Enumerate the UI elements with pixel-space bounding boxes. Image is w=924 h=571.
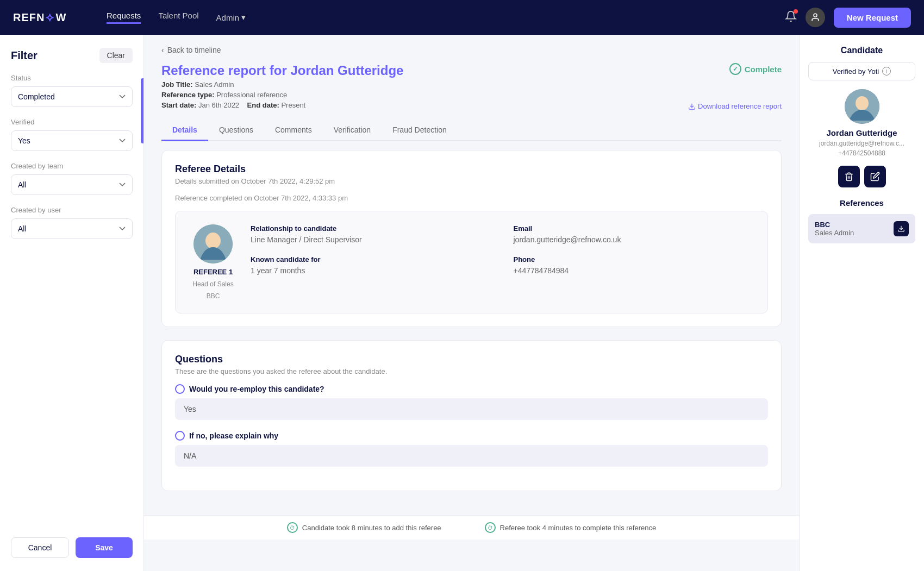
report-meta-job: Job Title: Sales Admin	[161, 80, 782, 89]
question-2-label: If no, please explain why	[175, 431, 768, 441]
ref-info: BBC Sales Admin	[815, 221, 854, 237]
clock-icon-2: ⏱	[485, 522, 496, 533]
logo-text2: W	[55, 11, 66, 24]
questions-meta: These are the questions you asked the re…	[175, 367, 768, 375]
phone-detail: Phone +447784784984	[514, 255, 755, 275]
candidate-phone: +447842504888	[808, 149, 915, 157]
referee-card: REFEREE 1 Head of Sales BBC Relationship…	[175, 211, 768, 313]
notification-icon[interactable]	[785, 10, 797, 24]
referee-time-info: ⏱ Referee took 4 minutes to complete thi…	[485, 522, 657, 533]
references-panel-title: References	[808, 198, 915, 208]
email-detail: Email jordan.gutteridge@refnow.co.uk	[514, 224, 755, 244]
verified-label: Verified	[11, 118, 133, 126]
notification-dot	[794, 9, 798, 14]
filter-sidebar: Filter Clear Status Completed Verified Y…	[0, 35, 144, 571]
bottom-bar: ⏱ Candidate took 8 minutes to add this r…	[144, 515, 799, 539]
logo-icon: ⟡	[46, 10, 54, 24]
report-meta-dates-row: Start date: Jan 6th 2022 End date: Prese…	[161, 101, 782, 111]
tab-questions[interactable]: Questions	[208, 120, 264, 141]
created-by-user-label: Created by user	[11, 206, 133, 214]
referee-details-card: Referee Details Details submitted on Oct…	[161, 150, 782, 327]
nav-admin[interactable]: Admin ▾	[216, 11, 246, 24]
questions-card: Questions These are the questions you as…	[161, 340, 782, 491]
created-by-team-label: Created by team	[11, 162, 133, 170]
status-select[interactable]: Completed	[11, 86, 133, 107]
referee-label: REFEREE 1	[193, 268, 233, 276]
report-title: Reference report for Jordan Gutteridge	[161, 63, 403, 78]
tab-details[interactable]: Details	[161, 120, 208, 141]
nav-right: New Request	[785, 8, 911, 28]
nav-talent-pool[interactable]: Talent Pool	[158, 11, 198, 24]
verified-label: Verified by Yoti	[833, 67, 879, 76]
candidate-panel-title: Candidate	[808, 46, 915, 55]
relationship-detail: Relationship to candidate Line Manager /…	[251, 224, 492, 244]
chevron-down-icon: ▾	[241, 12, 246, 22]
created-by-user-select[interactable]: All	[11, 218, 133, 239]
question-2: If no, please explain why N/A	[175, 431, 768, 467]
referee-submitted-date: Details submitted on October 7th 2022, 4…	[175, 177, 768, 185]
ref-download-button[interactable]	[894, 221, 909, 236]
question-1-answer: Yes	[175, 398, 768, 420]
created-by-team-filter: Created by team All	[11, 162, 133, 195]
download-label: Download reference report	[698, 102, 782, 110]
cancel-button[interactable]: Cancel	[11, 537, 69, 558]
question-2-answer: N/A	[175, 445, 768, 467]
candidate-time-text: Candidate took 8 minutes to add this ref…	[302, 524, 441, 532]
candidate-time-info: ⏱ Candidate took 8 minutes to add this r…	[287, 522, 441, 533]
verified-filter: Verified Yes	[11, 118, 133, 151]
filter-actions: Cancel Save	[11, 537, 133, 558]
clock-icon-1: ⏱	[287, 522, 298, 533]
logo-text: REFN	[13, 11, 45, 24]
tab-fraud-detection[interactable]: Fraud Detection	[382, 120, 458, 141]
new-request-button[interactable]: New Request	[834, 8, 911, 28]
verified-select[interactable]: Yes	[11, 130, 133, 151]
candidate-action-icons	[808, 166, 915, 187]
referee-avatar	[193, 224, 233, 263]
candidate-avatar	[845, 89, 879, 124]
delete-candidate-button[interactable]	[838, 166, 860, 187]
status-filter: Status Completed	[11, 74, 133, 107]
detail-tabs: Details Questions Comments Verification …	[161, 120, 782, 141]
active-indicator	[141, 78, 143, 143]
status-label: Status	[11, 74, 133, 82]
download-report-link[interactable]: Download reference report	[688, 102, 782, 110]
referee-company: BBC	[207, 292, 220, 300]
referee-time-text: Referee took 4 minutes to complete this …	[500, 524, 657, 532]
complete-check-icon: ✓	[729, 63, 741, 75]
info-icon: i	[882, 67, 891, 76]
verified-by-yoti-badge[interactable]: Verified by Yoti i	[808, 62, 915, 80]
logo[interactable]: REFN⟡W	[13, 10, 89, 24]
back-to-timeline[interactable]: ‹ Back to timeline	[161, 46, 782, 54]
svg-point-3	[205, 233, 221, 249]
filter-header: Filter Clear	[11, 48, 133, 63]
candidate-name: Jordan Gutteridge	[808, 128, 915, 137]
report-title-area: Reference report for Jordan Gutteridge	[161, 63, 403, 78]
right-panel: Candidate Verified by Yoti i Jordan Gutt…	[799, 35, 924, 571]
referee-detail-grid: Relationship to candidate Line Manager /…	[251, 224, 754, 275]
svg-point-5	[856, 96, 869, 110]
created-by-team-select[interactable]: All	[11, 174, 133, 195]
svg-point-0	[814, 14, 817, 17]
referee-section-title: Referee Details	[175, 164, 768, 175]
created-by-user-filter: Created by user All	[11, 206, 133, 239]
question-circle-icon	[175, 384, 185, 394]
tab-comments[interactable]: Comments	[264, 120, 323, 141]
clear-button[interactable]: Clear	[99, 48, 133, 63]
nav-requests[interactable]: Requests	[107, 11, 141, 24]
reference-item: BBC Sales Admin	[808, 214, 915, 243]
user-avatar-icon[interactable]	[806, 8, 825, 27]
top-navigation: REFN⟡W Requests Talent Pool Admin ▾ New …	[0, 0, 924, 35]
question-1-label: Would you re-employ this candidate?	[175, 384, 768, 394]
question-1: Would you re-employ this candidate? Yes	[175, 384, 768, 420]
edit-candidate-button[interactable]	[864, 166, 886, 187]
known-for-detail: Known candidate for 1 year 7 months	[251, 255, 492, 275]
questions-section-title: Questions	[175, 354, 768, 365]
candidate-email: jordan.gutteridge@refnow.c...	[808, 140, 915, 147]
tab-verification[interactable]: Verification	[323, 120, 382, 141]
complete-badge: ✓ Complete	[729, 63, 782, 75]
ref-company: BBC	[815, 221, 854, 229]
report-header: Reference report for Jordan Gutteridge ✓…	[161, 63, 782, 78]
filter-title: Filter	[11, 49, 38, 62]
save-button[interactable]: Save	[76, 537, 133, 558]
referee-role: Head of Sales	[192, 280, 233, 288]
